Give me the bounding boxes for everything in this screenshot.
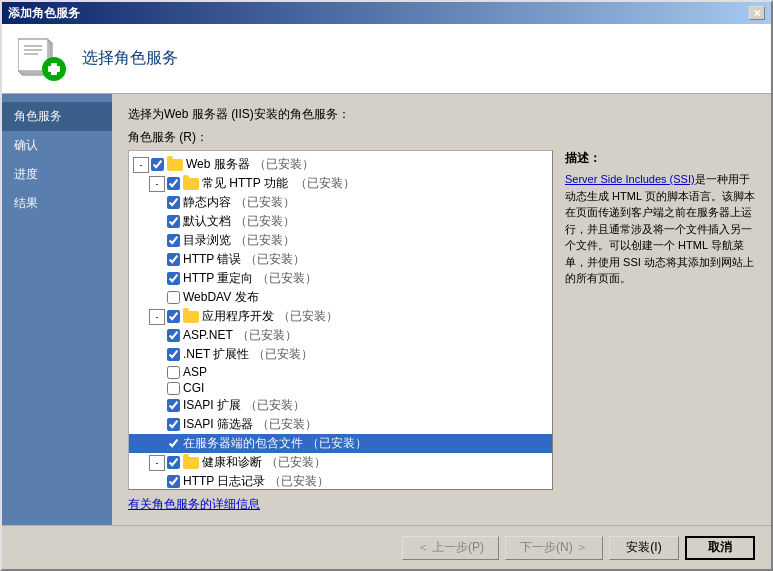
- tree-row-isapi-filter[interactable]: ISAPI 筛选器（已安装）: [129, 415, 552, 434]
- description-title: 描述：: [565, 150, 755, 167]
- tree-row-http-redirect[interactable]: HTTP 重定向（已安装）: [129, 269, 552, 288]
- sidebar: 角色服务 确认 进度 结果: [2, 94, 112, 525]
- tree-row-http-common[interactable]: - 常见 HTTP 功能 （已安装）: [129, 174, 552, 193]
- sidebar-item-role-services[interactable]: 角色服务: [2, 102, 112, 131]
- expand-health[interactable]: -: [149, 455, 165, 471]
- header-title: 选择角色服务: [82, 48, 178, 69]
- cb-http-log[interactable]: [167, 475, 180, 488]
- cb-isapi-ext[interactable]: [167, 399, 180, 412]
- tree-row-asp[interactable]: ASP: [129, 364, 552, 380]
- ssi-link[interactable]: Server Side Includes (SSI): [565, 173, 695, 185]
- tree-label-default-doc: 默认文档（已安装）: [183, 213, 295, 230]
- tree-label-asp: ASP: [183, 365, 207, 379]
- tree-label-health: 健康和诊断（已安装）: [202, 454, 326, 471]
- tree-row-app-dev[interactable]: - 应用程序开发（已安装）: [129, 307, 552, 326]
- tree-row-static-content[interactable]: 静态内容（已安装）: [129, 193, 552, 212]
- cb-cgi[interactable]: [167, 382, 180, 395]
- cb-health[interactable]: [167, 456, 180, 469]
- cb-default-doc[interactable]: [167, 215, 180, 228]
- tree-row-http-errors[interactable]: HTTP 错误（已安装）: [129, 250, 552, 269]
- cancel-button[interactable]: 取消: [685, 536, 755, 560]
- back-button[interactable]: ＜ 上一步(P): [402, 536, 499, 560]
- tree-label-app-dev: 应用程序开发（已安装）: [202, 308, 338, 325]
- cb-app-dev[interactable]: [167, 310, 180, 323]
- tree-label-http-common: 常见 HTTP 功能 （已安装）: [202, 175, 355, 192]
- panel-instruction: 选择为Web 服务器 (IIS)安装的角色服务：: [128, 106, 755, 123]
- tree-label-webdav: WebDAV 发布: [183, 289, 259, 306]
- tree-row-health[interactable]: - 健康和诊断（已安装）: [129, 453, 552, 472]
- tree-label-dir-browse: 目录浏览（已安装）: [183, 232, 295, 249]
- cb-http-common[interactable]: [167, 177, 180, 190]
- title-bar: 添加角色服务 ✕: [2, 2, 771, 24]
- cb-http-redirect[interactable]: [167, 272, 180, 285]
- expand-http-common[interactable]: -: [149, 176, 165, 192]
- cb-web-server[interactable]: [151, 158, 164, 171]
- cb-aspnet[interactable]: [167, 329, 180, 342]
- tree-label-cgi: CGI: [183, 381, 204, 395]
- tree-label-static-content: 静态内容（已安装）: [183, 194, 295, 211]
- cb-ssi[interactable]: [167, 437, 180, 450]
- tree-row-web-server[interactable]: - Web 服务器（已安装）: [129, 155, 552, 174]
- wizard-icon: [18, 35, 66, 83]
- folder-icon-http-common: [183, 178, 199, 190]
- expand-web-server[interactable]: -: [133, 157, 149, 173]
- tree-row-isapi-ext[interactable]: ISAPI 扩展（已安装）: [129, 396, 552, 415]
- tree-label-net-ext: .NET 扩展性（已安装）: [183, 346, 313, 363]
- role-tree[interactable]: - Web 服务器（已安装） - 常见 HTTP 功能 （已安装）: [128, 150, 553, 490]
- cb-asp[interactable]: [167, 366, 180, 379]
- cb-http-errors[interactable]: [167, 253, 180, 266]
- bottom-link-area: 有关角色服务的详细信息: [128, 496, 755, 513]
- expand-app-dev[interactable]: -: [149, 309, 165, 325]
- close-button[interactable]: ✕: [749, 6, 765, 20]
- cb-dir-browse[interactable]: [167, 234, 180, 247]
- sidebar-item-confirm[interactable]: 确认: [2, 131, 112, 160]
- tree-label-http-log: HTTP 日志记录（已安装）: [183, 473, 329, 490]
- title-bar-text: 添加角色服务: [8, 5, 80, 22]
- description-panel: 描述： Server Side Includes (SSI)是一种用于动态生成 …: [565, 150, 755, 490]
- main-panel: 选择为Web 服务器 (IIS)安装的角色服务： 角色服务 (R)： - Web…: [112, 94, 771, 525]
- sidebar-item-results[interactable]: 结果: [2, 189, 112, 218]
- tree-row-dir-browse[interactable]: 目录浏览（已安装）: [129, 231, 552, 250]
- description-text: Server Side Includes (SSI)是一种用于动态生成 HTML…: [565, 171, 755, 287]
- tree-label-http-redirect: HTTP 重定向（已安装）: [183, 270, 317, 287]
- svg-rect-8: [48, 66, 60, 72]
- cb-net-ext[interactable]: [167, 348, 180, 361]
- more-info-link[interactable]: 有关角色服务的详细信息: [128, 497, 260, 511]
- split-area: - Web 服务器（已安装） - 常见 HTTP 功能 （已安装）: [128, 150, 755, 490]
- cb-isapi-filter[interactable]: [167, 418, 180, 431]
- cb-webdav[interactable]: [167, 291, 180, 304]
- cb-static-content[interactable]: [167, 196, 180, 209]
- tree-row-net-ext[interactable]: .NET 扩展性（已安装）: [129, 345, 552, 364]
- footer: ＜ 上一步(P) 下一步(N) ＞ 安装(I) 取消: [2, 525, 771, 569]
- tree-row-ssi[interactable]: 在服务器端的包含文件（已安装）: [129, 434, 552, 453]
- tree-row-aspnet[interactable]: ASP.NET（已安装）: [129, 326, 552, 345]
- tree-row-cgi[interactable]: CGI: [129, 380, 552, 396]
- role-label: 角色服务 (R)：: [128, 129, 755, 146]
- next-button[interactable]: 下一步(N) ＞: [505, 536, 603, 560]
- tree-label-isapi-filter: ISAPI 筛选器（已安装）: [183, 416, 317, 433]
- tree-row-http-log[interactable]: HTTP 日志记录（已安装）: [129, 472, 552, 490]
- install-button[interactable]: 安装(I): [609, 536, 679, 560]
- tree-row-default-doc[interactable]: 默认文档（已安装）: [129, 212, 552, 231]
- main-window: 添加角色服务 ✕ 选择角色服务 角色服务 确认: [0, 0, 773, 571]
- content-area: 角色服务 确认 进度 结果 选择为Web 服务器 (IIS)安装的角色服务： 角…: [2, 94, 771, 525]
- sidebar-item-progress[interactable]: 进度: [2, 160, 112, 189]
- tree-label-http-errors: HTTP 错误（已安装）: [183, 251, 305, 268]
- tree-label-isapi-ext: ISAPI 扩展（已安装）: [183, 397, 305, 414]
- tree-label-web-server: Web 服务器（已安装）: [186, 156, 314, 173]
- tree-label-aspnet: ASP.NET（已安装）: [183, 327, 297, 344]
- folder-icon-web-server: [167, 159, 183, 171]
- folder-icon-app-dev: [183, 311, 199, 323]
- tree-row-webdav[interactable]: WebDAV 发布: [129, 288, 552, 307]
- folder-icon-health: [183, 457, 199, 469]
- header: 选择角色服务: [2, 24, 771, 94]
- tree-label-ssi: 在服务器端的包含文件（已安装）: [183, 435, 367, 452]
